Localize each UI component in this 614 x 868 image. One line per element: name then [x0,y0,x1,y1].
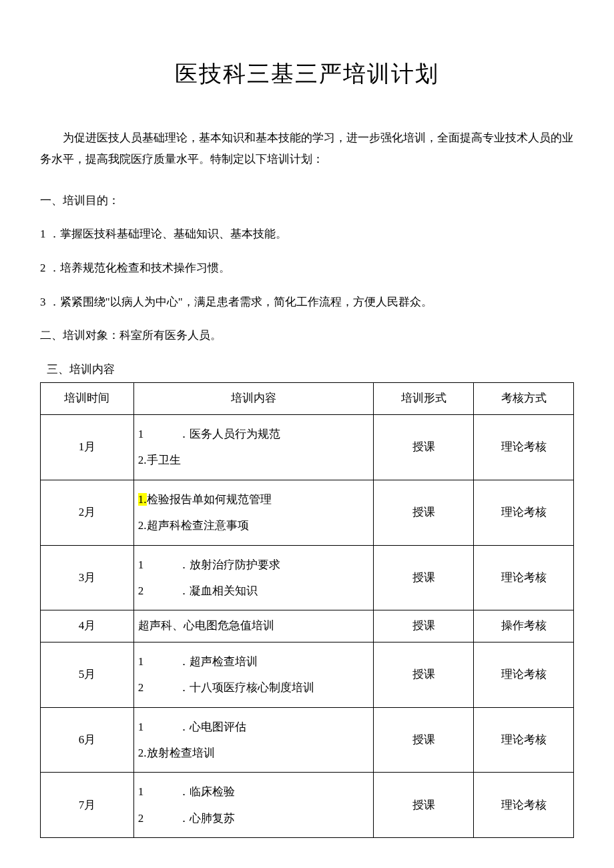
objective-item-2: 2 ．培养规范化检查和技术操作习惯。 [40,258,574,279]
section1-header: 一、培训目的： [40,191,574,211]
list-number: 1. [138,493,147,506]
table-row: 7月1．临床检验2．心肺复苏授课理论考核 [41,773,574,838]
table-row: 4月超声科、心电图危急值培训授课操作考核 [41,610,574,642]
cell-content: 1．临床检验2．心肺复苏 [133,773,374,838]
cell-exam: 理论考核 [474,642,574,707]
cell-exam: 操作考核 [474,610,574,642]
cell-content: 1.检验报告单如何规范管理2.超声科检查注意事项 [133,480,374,545]
training-schedule-table: 培训时间 培训内容 培训形式 考核方式 1月1．医务人员行为规范2.手卫生授课理… [40,382,574,838]
content-line: 1．放射治疗防护要求 [138,552,370,577]
header-format: 培训形式 [374,383,474,415]
cell-exam: 理论考核 [474,773,574,838]
content-text: 检验报告单如何规范管理 [147,493,272,506]
list-number: 2 [138,578,178,603]
table-header-row: 培训时间 培训内容 培训形式 考核方式 [41,383,574,415]
cell-exam: 理论考核 [474,480,574,545]
content-text: ．临床检验 [178,785,235,798]
list-number: 2 [138,675,178,700]
content-text: ．十八项医疗核心制度培训 [178,681,314,694]
content-line: 2.超声科检查注意事项 [138,513,370,538]
content-text: ．心电图评估 [178,721,246,733]
cell-exam: 理论考核 [474,707,574,773]
content-text: ．超声检查培训 [178,655,258,668]
cell-format: 授课 [374,642,474,707]
list-number: 2 [138,806,178,831]
content-text: ．放射治疗防护要求 [178,558,280,571]
cell-content: 1．心电图评估2.放射检查培训 [133,707,374,773]
cell-format: 授课 [374,414,474,480]
cell-time: 4月 [41,610,134,642]
content-line: 1．心电图评估 [138,715,370,739]
list-number: 1 [138,422,178,446]
cell-time: 5月 [41,642,134,707]
cell-time: 7月 [41,773,134,838]
cell-format: 授课 [374,707,474,773]
content-text: ．医务人员行为规范 [178,428,280,440]
content-line: 1．医务人员行为规范 [138,422,370,446]
table-row: 3月1．放射治疗防护要求2．凝血相关知识授课理论考核 [41,545,574,610]
content-line: 2．十八项医疗核心制度培训 [138,675,370,700]
objective-item-1: 1 ．掌握医技科基础理论、基础知识、基本技能。 [40,224,574,245]
header-time: 培训时间 [41,383,134,415]
section3-header: 三、培训内容 [40,360,574,380]
cell-exam: 理论考核 [474,414,574,480]
cell-exam: 理论考核 [474,545,574,610]
cell-content: 1．放射治疗防护要求2．凝血相关知识 [133,545,374,610]
content-line: 2．凝血相关知识 [138,578,370,603]
cell-content: 1．医务人员行为规范2.手卫生 [133,414,374,480]
table-row: 2月1.检验报告单如何规范管理2.超声科检查注意事项授课理论考核 [41,480,574,545]
header-content: 培训内容 [133,383,374,415]
content-text: 2.超声科检查注意事项 [138,519,249,532]
cell-content: 1．超声检查培训2．十八项医疗核心制度培训 [133,642,374,707]
content-text: ．凝血相关知识 [178,584,258,597]
content-line: 1.检验报告单如何规范管理 [138,487,370,512]
table-row: 5月1．超声检查培训2．十八项医疗核心制度培训授课理论考核 [41,642,574,707]
cell-time: 2月 [41,480,134,545]
cell-format: 授课 [374,610,474,642]
content-line: 2.放射检查培训 [138,741,370,765]
content-line: 1．临床检验 [138,779,370,804]
content-text: ．心肺复苏 [178,812,235,825]
cell-time: 6月 [41,707,134,773]
list-number: 1 [138,715,178,739]
list-number: 1 [138,649,178,674]
cell-format: 授课 [374,480,474,545]
content-text: 2.手卫生 [138,454,181,466]
list-number: 1 [138,552,178,577]
cell-content: 超声科、心电图危急值培训 [133,610,374,642]
content-text: 2.放射检查培训 [138,747,215,759]
content-line: 1．超声检查培训 [138,649,370,674]
header-exam: 考核方式 [474,383,574,415]
content-line: 2.手卫生 [138,448,370,472]
intro-paragraph: 为促进医技人员基础理论，基本知识和基本技能的学习，进一步强化培训，全面提高专业技… [40,127,574,171]
page-title: 医技科三基三严培训计划 [40,53,574,94]
section2-header: 二、培训对象：科室所有医务人员。 [40,326,574,346]
cell-time: 3月 [41,545,134,610]
cell-format: 授课 [374,773,474,838]
cell-format: 授课 [374,545,474,610]
content-line: 2．心肺复苏 [138,806,370,831]
list-number: 1 [138,779,178,804]
objective-item-3: 3 ．紧紧围绕"以病人为中心"，满足患者需求，简化工作流程，方便人民群众。 [40,292,574,313]
cell-time: 1月 [41,414,134,480]
table-row: 6月1．心电图评估2.放射检查培训授课理论考核 [41,707,574,773]
table-row: 1月1．医务人员行为规范2.手卫生授课理论考核 [41,414,574,480]
